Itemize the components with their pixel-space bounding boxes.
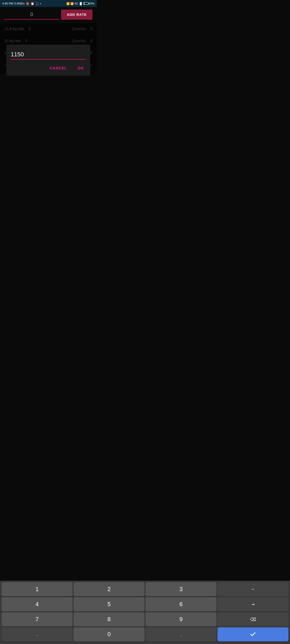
mute-icon: 🔕 bbox=[26, 2, 30, 5]
signal-4g-icon: 4G bbox=[74, 2, 78, 5]
alarm-icon: ⏰ bbox=[31, 2, 34, 5]
signal-bars-icon: ▐▌ bbox=[79, 2, 83, 5]
status-left: 4:46 PM 0.0KB/s 🔕 ⏰ 🎧 • bbox=[2, 2, 41, 5]
time: 4:46 PM bbox=[2, 2, 13, 5]
battery-percent: 24% bbox=[89, 2, 95, 5]
cancel-button[interactable]: CANCEL bbox=[48, 65, 69, 71]
battery-fill bbox=[84, 2, 85, 5]
wifi-icon: 📶 bbox=[66, 2, 70, 5]
network-speed: 0.0KB/s bbox=[14, 2, 25, 5]
add-rate-button[interactable]: ADD RATE bbox=[61, 10, 92, 20]
dot-icon: • bbox=[40, 2, 41, 5]
status-right: 📶 📶 4G ▐▌ 24% bbox=[66, 2, 95, 5]
dialog-actions: CANCEL OK bbox=[11, 65, 86, 71]
zero-tab: 0 bbox=[4, 12, 59, 20]
headphone-icon: 🎧 bbox=[35, 2, 39, 5]
battery-icon bbox=[84, 2, 88, 5]
signal-icon: 📶 bbox=[70, 2, 74, 5]
status-bar: 4:46 PM 0.0KB/s 🔕 ⏰ 🎧 • 📶 📶 4G ▐▌ 24% bbox=[0, 0, 97, 7]
input-dialog: CANCEL OK bbox=[6, 45, 90, 76]
main-content: 0 ADD RATE 11.8 kg rate 0 Quantity 0 15 … bbox=[0, 7, 97, 74]
top-row: 0 ADD RATE bbox=[4, 10, 92, 20]
ok-button[interactable]: OK bbox=[75, 65, 86, 71]
dialog-input-field[interactable] bbox=[11, 50, 86, 59]
dialog-input-container bbox=[11, 50, 86, 60]
tab-value: 0 bbox=[30, 12, 33, 17]
